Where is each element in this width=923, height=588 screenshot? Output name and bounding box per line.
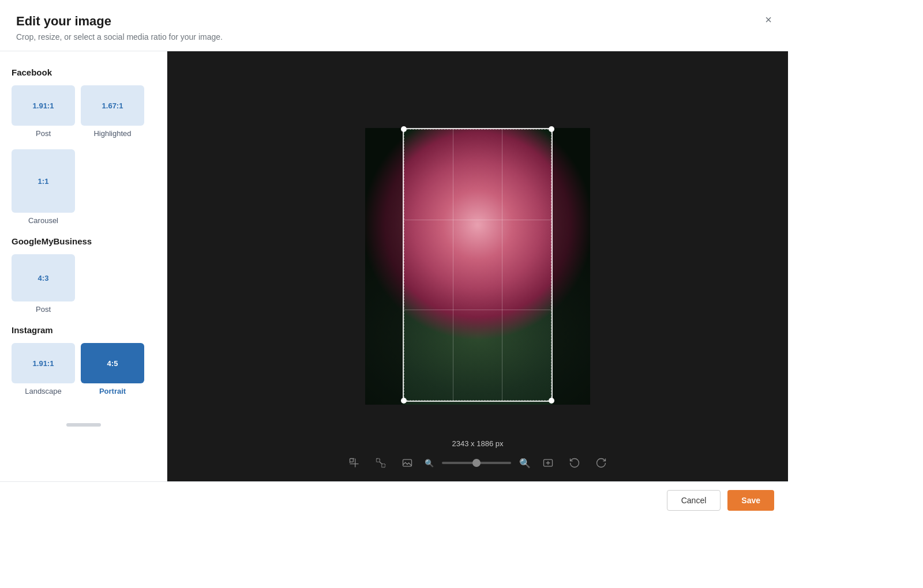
ratio-box-fb-post: 1.91:1 bbox=[12, 85, 75, 126]
modal-body: Facebook 1.91:1 Post 1.67:1 Highlighted … bbox=[0, 51, 788, 481]
zoom-slider[interactable] bbox=[442, 462, 511, 464]
ratio-card-ig-landscape[interactable]: 1.91:1 Landscape bbox=[12, 343, 75, 395]
rotate-right-button[interactable] bbox=[592, 455, 610, 471]
section-title-instagram: Instagram bbox=[12, 325, 155, 335]
edit-image-modal: Edit your image Crop, resize, or select … bbox=[0, 0, 788, 519]
image-fit-button[interactable] bbox=[398, 455, 417, 471]
image-fit-icon bbox=[402, 457, 413, 469]
rotate-left-icon bbox=[569, 457, 580, 469]
cancel-button[interactable]: Cancel bbox=[667, 490, 721, 511]
ratio-card-fb-highlighted[interactable]: 1.67:1 Highlighted bbox=[81, 85, 144, 138]
crop-ratio-icon bbox=[375, 457, 387, 469]
zoom-max-icon: 🔍 bbox=[519, 458, 531, 469]
svg-rect-0 bbox=[350, 459, 354, 462]
section-title-gmb: GoogleMyBusiness bbox=[12, 236, 155, 246]
facebook-ratio-grid-2: 1:1 Carousel bbox=[12, 149, 155, 225]
ratio-box-ig-landscape: 1.91:1 bbox=[12, 343, 75, 383]
image-fill-button[interactable] bbox=[539, 455, 557, 471]
modal-subtitle: Crop, resize, or select a social media r… bbox=[16, 32, 772, 42]
ratio-label-ig-landscape: Landscape bbox=[25, 387, 62, 395]
modal-title: Edit your image bbox=[16, 14, 772, 29]
gmb-ratio-grid: 4:3 Post bbox=[12, 254, 155, 314]
svg-rect-1 bbox=[377, 459, 380, 462]
section-instagram: Instagram 1.91:1 Landscape 4:5 Portrait bbox=[12, 325, 155, 395]
section-facebook: Facebook 1.91:1 Post 1.67:1 Highlighted … bbox=[12, 67, 155, 225]
ratio-card-ig-portrait[interactable]: 4:5 Portrait bbox=[81, 343, 144, 395]
ratio-label-ig-portrait: Portrait bbox=[99, 387, 126, 395]
svg-rect-3 bbox=[403, 459, 412, 466]
ratio-box-fb-highlighted: 1.67:1 bbox=[81, 85, 144, 126]
sidebar: Facebook 1.91:1 Post 1.67:1 Highlighted … bbox=[0, 51, 167, 481]
ratio-box-fb-carousel: 1:1 bbox=[12, 149, 75, 213]
background-image bbox=[365, 128, 590, 405]
section-googlemybusiness: GoogleMyBusiness 4:3 Post bbox=[12, 236, 155, 314]
facebook-ratio-grid: 1.91:1 Post 1.67:1 Highlighted bbox=[12, 85, 155, 138]
ratio-box-ig-portrait: 4:5 bbox=[81, 343, 144, 383]
instagram-ratio-grid: 1.91:1 Landscape 4:5 Portrait bbox=[12, 343, 155, 395]
ratio-card-fb-post[interactable]: 1.91:1 Post bbox=[12, 85, 75, 138]
pixel-info: 2343 x 1886 px bbox=[452, 439, 504, 448]
ratio-box-gmb-post: 4:3 bbox=[12, 254, 75, 301]
image-fill-icon bbox=[542, 457, 554, 469]
ratio-label-gmb-post: Post bbox=[36, 305, 51, 314]
rotate-right-icon bbox=[595, 457, 607, 469]
image-toolbar: 🔍 🔍 bbox=[345, 455, 610, 471]
rotate-left-button[interactable] bbox=[565, 455, 584, 471]
save-button[interactable]: Save bbox=[727, 490, 774, 511]
modal-footer: Cancel Save bbox=[0, 481, 788, 519]
canvas-area: 2343 x 1886 px bbox=[167, 51, 788, 481]
ratio-label-fb-carousel: Carousel bbox=[28, 216, 58, 225]
crop-free-icon bbox=[348, 457, 360, 469]
rose-image bbox=[365, 128, 590, 405]
modal-header: Edit your image Crop, resize, or select … bbox=[0, 0, 788, 51]
ratio-card-fb-carousel[interactable]: 1:1 Carousel bbox=[12, 149, 75, 225]
crop-ratio-button[interactable] bbox=[372, 455, 390, 471]
svg-rect-2 bbox=[382, 464, 385, 468]
crop-free-button[interactable] bbox=[345, 455, 363, 471]
image-container bbox=[167, 51, 788, 481]
close-button[interactable]: × bbox=[763, 12, 774, 28]
ratio-label-fb-highlighted: Highlighted bbox=[93, 129, 131, 138]
ratio-card-gmb-post[interactable]: 4:3 Post bbox=[12, 254, 75, 314]
ratio-label-fb-post: Post bbox=[36, 129, 51, 138]
zoom-min-icon: 🔍 bbox=[425, 459, 434, 468]
section-title-facebook: Facebook bbox=[12, 67, 155, 77]
